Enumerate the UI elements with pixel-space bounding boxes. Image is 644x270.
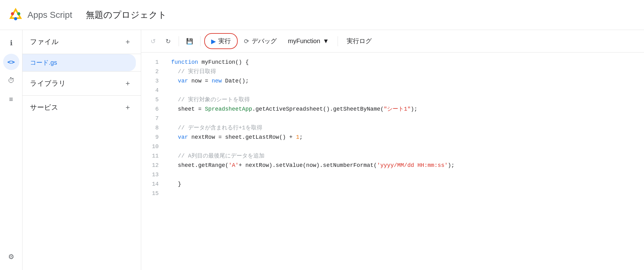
sidebar-code-btn[interactable]: <>: [3, 54, 19, 70]
info-icon: ℹ: [10, 39, 12, 47]
clock-icon: ⏱: [8, 77, 15, 85]
svg-point-2: [11, 12, 14, 15]
code-line-4: [171, 86, 637, 95]
library-label: ライブラリ: [30, 79, 66, 88]
chevron-down-icon: ▼: [323, 38, 329, 45]
code-content[interactable]: function myFunction() { // 実行日取得 var now…: [164, 58, 644, 265]
svg-point-4: [14, 17, 17, 20]
run-btn[interactable]: ▶ 実行: [204, 33, 238, 49]
toolbar: ↺ ↻ 💾 ▶ 実行 ⟳ デバッグ myFunction ▼: [141, 30, 644, 52]
file-panel-header: ファイル +: [22, 30, 141, 54]
code-line-2: // 実行日取得: [171, 67, 637, 76]
sidebar-executions-btn[interactable]: ≡: [3, 91, 19, 108]
function-name: myFunction: [288, 38, 320, 45]
file-name: コード.gs: [30, 58, 57, 67]
settings-icon: ⚙: [8, 253, 14, 261]
svg-point-3: [17, 12, 20, 15]
library-header: ライブラリ +: [22, 72, 141, 95]
file-panel: ファイル + コード.gs ライブラリ + サービス +: [22, 30, 141, 270]
code-line-1: function myFunction() {: [171, 58, 637, 67]
run-icon: ▶: [211, 38, 216, 45]
save-icon: 💾: [186, 38, 193, 45]
code-line-11: // A列目の最後尾にデータを追加: [171, 151, 637, 161]
debug-icon: ⟳: [244, 38, 249, 45]
sidebar-trigger-btn[interactable]: ⏱: [3, 72, 19, 89]
plus-icon: +: [126, 103, 130, 112]
icon-sidebar: ℹ <> ⏱ ≡ ⚙: [0, 30, 22, 270]
code-line-13: [171, 170, 637, 179]
library-section: ライブラリ +: [22, 71, 141, 95]
apps-script-logo: [7, 7, 24, 23]
top-header: Apps Script 無題のプロジェクト: [0, 0, 644, 30]
file-item-code-gs[interactable]: コード.gs: [22, 54, 136, 71]
redo-btn[interactable]: ↻: [161, 34, 175, 48]
code-line-5: // 実行対象のシートを取得: [171, 95, 637, 104]
undo-icon: ↺: [151, 38, 156, 45]
code-line-15: [171, 189, 637, 198]
redo-icon: ↻: [166, 38, 171, 45]
add-service-btn[interactable]: +: [122, 102, 133, 113]
add-library-btn[interactable]: +: [122, 78, 133, 89]
separator-3: [338, 36, 338, 46]
code-line-9: var nextRow = sheet.getLastRow() + 1;: [171, 132, 637, 142]
code-line-14: }: [171, 179, 637, 189]
code-line-12: sheet.getRange('A'+ nextRow).setValue(no…: [171, 161, 637, 170]
service-label: サービス: [30, 103, 58, 112]
code-editor[interactable]: 1 2 3 4 5 6 7 8 9 10 11 12 13 14 15 func…: [141, 52, 644, 270]
code-line-3: var now = new Date();: [171, 76, 637, 86]
code-icon: <>: [7, 58, 15, 66]
debug-btn[interactable]: ⟳ デバッグ: [239, 34, 282, 48]
separator-1: [179, 36, 179, 46]
main-layout: ℹ <> ⏱ ≡ ⚙ ファイル + コード.gs ライブラリ: [0, 30, 644, 270]
logo-area: Apps Script 無題のプロジェクト: [7, 7, 167, 23]
add-file-btn[interactable]: +: [122, 36, 133, 48]
execution-log-btn[interactable]: 実行ログ: [342, 34, 377, 48]
code-area: ↺ ↻ 💾 ▶ 実行 ⟳ デバッグ myFunction ▼: [141, 30, 644, 270]
plus-icon: +: [126, 38, 130, 46]
execution-log-label: 実行ログ: [347, 37, 372, 45]
code-line-8: // データが含まれる行+1を取得: [171, 123, 637, 132]
code-line-6: sheet = SpreadsheetApp.getActiveSpreadsh…: [171, 104, 637, 114]
plus-icon: +: [126, 79, 130, 88]
sidebar-settings-btn[interactable]: ⚙: [3, 249, 19, 265]
debug-label: デバッグ: [252, 37, 277, 45]
project-title: 無題のプロジェクト: [86, 9, 167, 21]
sidebar-info-btn[interactable]: ℹ: [3, 35, 19, 51]
run-label: 実行: [218, 37, 231, 45]
undo-btn[interactable]: ↺: [146, 34, 160, 48]
line-numbers: 1 2 3 4 5 6 7 8 9 10 11 12 13 14 15: [141, 58, 164, 265]
service-section: サービス +: [22, 95, 141, 119]
files-label: ファイル: [30, 37, 59, 47]
separator-2: [200, 36, 201, 46]
service-header: サービス +: [22, 96, 141, 119]
app-title: Apps Script: [27, 10, 72, 20]
save-btn[interactable]: 💾: [183, 34, 196, 48]
list-icon: ≡: [9, 95, 13, 103]
code-line-10: [171, 142, 637, 151]
code-line-7: [171, 114, 637, 123]
function-select-btn[interactable]: myFunction ▼: [283, 34, 334, 48]
